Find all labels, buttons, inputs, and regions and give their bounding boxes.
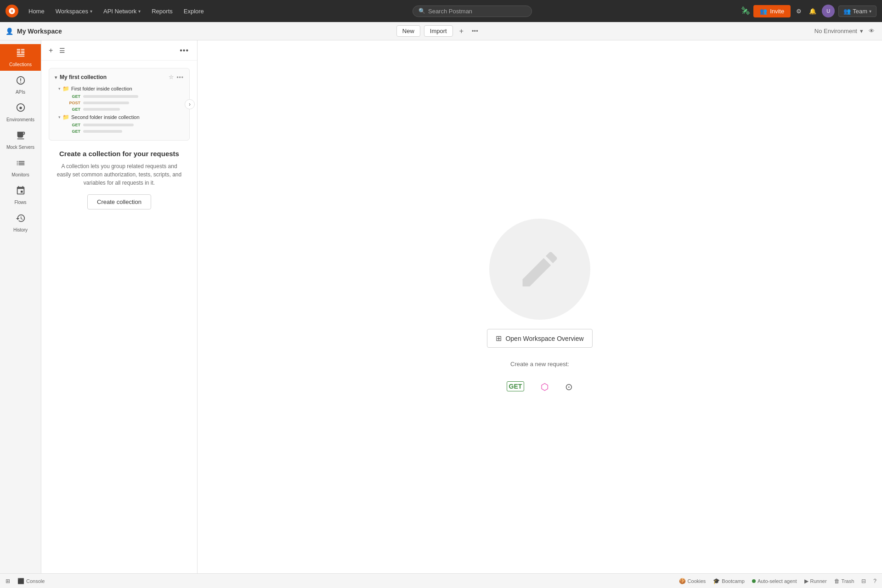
postman-logo[interactable] bbox=[6, 5, 18, 17]
panel-more-icon[interactable]: ••• bbox=[177, 45, 192, 56]
avatar[interactable]: U bbox=[822, 5, 835, 17]
workspace-more-icon[interactable]: ••• bbox=[470, 26, 480, 36]
search-bar[interactable]: 🔍 Search Postman bbox=[413, 6, 532, 17]
bottom-auto-agent[interactable]: Auto-select agent bbox=[752, 578, 797, 584]
sidebar-item-collections[interactable]: Collections bbox=[0, 44, 41, 71]
sidebar-item-mock-servers[interactable]: Mock Servers bbox=[0, 127, 41, 153]
import-button[interactable]: Import bbox=[424, 25, 453, 37]
bottom-bar: ⊞ ⬛ Console 🍪 Cookies 🎓 Bootcamp Auto-se… bbox=[0, 573, 882, 588]
bottom-trash[interactable]: 🗑 Trash bbox=[834, 578, 854, 584]
team-chevron-icon: ▾ bbox=[869, 9, 871, 14]
new-button[interactable]: New bbox=[396, 25, 420, 37]
nav-reports[interactable]: Reports bbox=[147, 5, 177, 17]
collection-preview: ▾ My first collection ☆ ••• ▾ 📁 First fo… bbox=[49, 68, 190, 141]
folder2-icon: 📁 bbox=[62, 114, 69, 120]
request-type-icons: GET ⬡ ⊙ bbox=[504, 379, 576, 395]
sidebar-item-environments[interactable]: Environments bbox=[0, 99, 41, 126]
environment-eye-icon[interactable]: 👁 bbox=[867, 26, 876, 36]
http-request-type[interactable]: GET bbox=[504, 379, 527, 395]
add-tab-icon[interactable]: + bbox=[457, 25, 466, 37]
environment-select[interactable]: No Environment ▾ bbox=[814, 28, 863, 34]
create-collection-title: Create a collection for your requests bbox=[56, 150, 182, 158]
team-icon: 👥 bbox=[843, 8, 851, 15]
folder-row-1[interactable]: ▾ 📁 First folder inside collection bbox=[55, 84, 184, 93]
environment-chevron-icon: ▾ bbox=[860, 28, 863, 34]
method-post-badge-1: POST bbox=[68, 101, 80, 105]
cookies-icon: 🍪 bbox=[679, 578, 686, 584]
workspace-overview-label: Open Workspace Overview bbox=[505, 335, 583, 342]
collection-name[interactable]: My first collection bbox=[60, 74, 166, 80]
auto-agent-label: Auto-select agent bbox=[758, 578, 797, 584]
nav-workspaces-label: Workspaces bbox=[56, 8, 88, 15]
empty-state-illustration bbox=[489, 219, 590, 320]
team-button[interactable]: 👥 Team ▾ bbox=[838, 6, 876, 17]
bottom-help[interactable]: ? bbox=[873, 578, 876, 584]
collection-more-icon[interactable]: ••• bbox=[176, 74, 184, 80]
method-get-badge-4: GET bbox=[68, 129, 80, 134]
create-collection-section: Create a collection for your requests A … bbox=[49, 150, 190, 217]
collection-chevron-icon[interactable]: ▾ bbox=[55, 75, 57, 80]
history-label: History bbox=[13, 227, 28, 232]
apis-label: APIs bbox=[16, 90, 25, 95]
sidebar-item-apis[interactable]: APIs bbox=[0, 72, 41, 98]
collection-star-icon[interactable]: ☆ bbox=[169, 74, 174, 80]
nav-workspaces[interactable]: Workspaces ▾ bbox=[51, 5, 97, 17]
bottom-runner[interactable]: ▶ Runner bbox=[804, 578, 827, 584]
collections-icon bbox=[16, 48, 26, 60]
request-row-get-3[interactable]: GET bbox=[55, 122, 184, 128]
monitors-label: Monitors bbox=[11, 172, 29, 177]
environments-label: Environments bbox=[6, 117, 34, 122]
request-row-get-1[interactable]: GET bbox=[55, 93, 184, 100]
bottom-bootcamp[interactable]: 🎓 Bootcamp bbox=[713, 578, 745, 584]
nav-api-network[interactable]: API Network ▾ bbox=[99, 5, 145, 17]
collection-header: ▾ My first collection ☆ ••• bbox=[55, 74, 184, 80]
workspace-user-icon: 👤 bbox=[6, 28, 13, 35]
invite-button[interactable]: 👥 Invite bbox=[753, 5, 791, 17]
request-line-1 bbox=[83, 95, 138, 98]
folder1-name: First folder inside collection bbox=[71, 86, 132, 91]
nav-explore[interactable]: Explore bbox=[179, 5, 209, 17]
bottom-console[interactable]: ⬛ Console bbox=[17, 578, 45, 584]
bottom-cookies[interactable]: 🍪 Cookies bbox=[679, 578, 706, 584]
create-collection-description: A collection lets you group related requ… bbox=[56, 162, 182, 187]
method-get-badge-1: GET bbox=[68, 94, 80, 99]
invite-label: Invite bbox=[770, 8, 784, 15]
request-line-3 bbox=[83, 108, 120, 111]
bottom-layout-toggle[interactable]: ⊞ bbox=[6, 578, 10, 584]
panel-add-icon[interactable]: + bbox=[47, 45, 55, 56]
request-row-get-2[interactable]: GET bbox=[55, 106, 184, 113]
agent-status-dot bbox=[752, 579, 756, 583]
request-row-post-1[interactable]: POST bbox=[55, 100, 184, 106]
collection-expand-arrow[interactable]: › bbox=[185, 99, 195, 109]
bootcamp-icon: 🎓 bbox=[713, 578, 720, 584]
panel-filter-icon[interactable]: ☰ bbox=[57, 46, 67, 55]
open-workspace-overview-button[interactable]: ⊞ Open Workspace Overview bbox=[487, 329, 592, 348]
graphql-request-type[interactable]: ⬡ bbox=[538, 379, 551, 395]
notifications-icon[interactable]: 🔔 bbox=[807, 6, 818, 17]
collections-panel: + ☰ ••• ▾ My first collection ☆ ••• ▾ 📁 … bbox=[41, 40, 198, 573]
http-icon: GET bbox=[507, 381, 525, 391]
request-row-get-4[interactable]: GET bbox=[55, 128, 184, 135]
console-icon: ⬛ bbox=[17, 578, 24, 584]
bottom-layout-options[interactable]: ⊟ bbox=[861, 578, 866, 584]
apis-icon bbox=[16, 75, 26, 88]
folder-row-2[interactable]: ▾ 📁 Second folder inside collection bbox=[55, 113, 184, 122]
nav-api-network-label: API Network bbox=[103, 8, 136, 15]
workspaces-chevron-icon: ▾ bbox=[90, 9, 92, 14]
settings-icon[interactable]: ⚙ bbox=[794, 6, 803, 17]
sidebar-item-flows[interactable]: Flows bbox=[0, 182, 41, 209]
nav-right-actions: 🛰 👥 Invite ⚙ 🔔 U 👥 Team ▾ bbox=[741, 5, 876, 17]
main-center: ⊞ Open Workspace Overview Create a new r… bbox=[487, 219, 592, 395]
help-icon: ? bbox=[873, 578, 876, 584]
mock-servers-icon bbox=[16, 130, 26, 143]
mock-servers-label: Mock Servers bbox=[6, 145, 34, 150]
sync-status-icon[interactable]: 🛰 bbox=[741, 6, 750, 16]
sidebar-item-history[interactable]: History bbox=[0, 209, 41, 236]
create-collection-button[interactable]: Create collection bbox=[87, 194, 151, 209]
sidebar-item-monitors[interactable]: Monitors bbox=[0, 154, 41, 181]
nav-home[interactable]: Home bbox=[24, 5, 49, 17]
workspace-bar: 👤 My Workspace New Import + ••• No Envir… bbox=[0, 22, 882, 40]
panel-header: + ☰ ••• bbox=[41, 40, 197, 61]
team-label: Team bbox=[853, 8, 867, 15]
grpc-request-type[interactable]: ⊙ bbox=[562, 379, 576, 395]
